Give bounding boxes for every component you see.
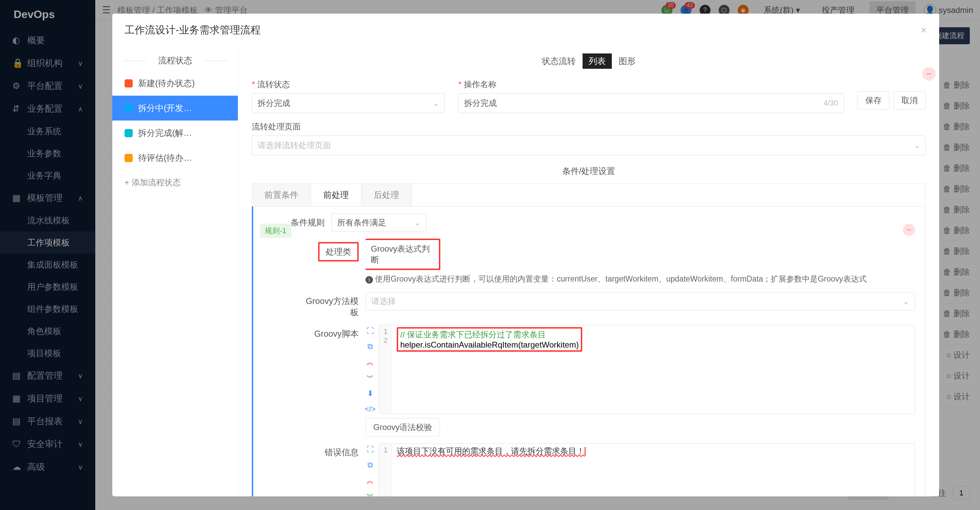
workflow-modal: 工作流设计-业务需求管理流程 × 流程状态 新建(待办状态)拆分中(开发…拆分完…	[112, 14, 939, 496]
state-list: 流程状态 新建(待办状态)拆分中(开发…拆分完成(解…待评估(待办… + 添加流…	[112, 47, 238, 496]
state-label: 拆分中(开发…	[138, 102, 192, 114]
script-label: Groovy脚本	[298, 325, 366, 339]
code-icon[interactable]: </>	[366, 405, 375, 414]
groovy-script-editor[interactable]: 12 // 保证业务需求下已经拆分过了需求条目 helper.isContain…	[379, 325, 915, 414]
syntax-check-button[interactable]: Groovy语法校验	[366, 418, 440, 437]
remove-transition-button[interactable]: −	[922, 67, 936, 81]
tab-graph[interactable]: 图形	[619, 56, 636, 67]
collapse-up-icon[interactable]: ︽	[366, 476, 375, 486]
state-color-icon	[124, 79, 133, 88]
rule-tag: 规则-1	[260, 224, 291, 238]
chevron-down-icon: ⌄	[914, 140, 920, 150]
proc-type-hint: i使用Groovy表达式进行判断，可以使用的内置变量：currentUser、t…	[366, 273, 915, 285]
expand-down-icon[interactable]: ︾	[366, 373, 375, 382]
state-label: 待评估(待办…	[138, 152, 192, 163]
form-area: 状态流转 列表 图形 − 流转状态 拆分完成⌄ 操作名称 拆分完成4/30	[238, 47, 939, 496]
sub-tabs: 前置条件 前处理 后处理	[252, 183, 926, 206]
proc-type-label: 处理类	[298, 239, 366, 261]
cond-rule-select[interactable]: 所有条件满足⌄	[331, 214, 427, 232]
download-icon[interactable]: ⬇	[366, 389, 375, 398]
add-state-button[interactable]: + 添加流程状态	[112, 170, 238, 195]
expand-down-icon[interactable]: ︾	[366, 492, 375, 496]
collapse-up-icon[interactable]: ︽	[366, 357, 375, 367]
sub-tab-posthandle[interactable]: 后处理	[361, 184, 412, 206]
err-info-label: 错误信息	[298, 443, 366, 458]
copy-icon[interactable]: ⧉	[366, 342, 375, 351]
state-color-icon	[124, 104, 133, 112]
method-tpl-select[interactable]: 请选择⌄	[366, 292, 915, 311]
proc-type-select[interactable]: Groovy表达式判断	[366, 239, 440, 270]
op-name-label: 操作名称	[458, 79, 844, 90]
sub-tab-precond[interactable]: 前置条件	[252, 184, 311, 206]
copy-icon[interactable]: ⧉	[366, 460, 375, 470]
code-toolbar: ⛶ ⧉ ︽ ︾ ⬇ </>	[366, 325, 375, 414]
state-label: 新建(待办状态)	[138, 78, 195, 89]
state-item[interactable]: 拆分中(开发…	[112, 96, 238, 121]
code-toolbar-err: ⛶ ⧉ ︽ ︾ ⬇	[366, 443, 375, 496]
op-name-input[interactable]: 拆分完成4/30	[458, 93, 844, 113]
rule-box: 条件规则 所有条件满足⌄ 规则-1 − 处理类 Groovy	[252, 206, 926, 496]
save-button[interactable]: 保存	[858, 91, 889, 110]
state-item[interactable]: 新建(待办状态)	[112, 71, 238, 96]
sub-tab-prehandle[interactable]: 前处理	[311, 184, 361, 207]
error-info-editor[interactable]: 1 该项目下没有可用的需求条目，请先拆分需求条目！	[379, 443, 915, 496]
chevron-down-icon: ⌄	[433, 99, 440, 108]
state-color-icon	[124, 129, 133, 137]
handler-page-label: 流转处理页面	[252, 121, 926, 132]
method-tpl-label: Groovy方法模板	[298, 292, 366, 318]
state-color-icon	[124, 154, 133, 162]
expand-icon[interactable]: ⛶	[366, 445, 375, 454]
tab-list[interactable]: 列表	[582, 53, 612, 69]
condition-section-title: 条件/处理设置	[252, 166, 926, 177]
state-label: 拆分完成(解…	[138, 128, 192, 139]
expand-icon[interactable]: ⛶	[366, 326, 375, 336]
close-icon[interactable]: ×	[920, 24, 927, 37]
chevron-down-icon: ⌄	[414, 218, 421, 228]
info-icon: i	[366, 276, 373, 284]
top-tabs-label: 状态流转	[542, 56, 576, 67]
cancel-button[interactable]: 取消	[894, 91, 926, 110]
remove-rule-button[interactable]: −	[903, 224, 915, 236]
state-item[interactable]: 拆分完成(解…	[112, 121, 238, 145]
states-heading: 流程状态	[112, 50, 238, 71]
state-item[interactable]: 待评估(待办…	[112, 145, 238, 170]
chevron-down-icon: ⌄	[902, 296, 909, 306]
modal-title: 工作流设计-业务需求管理流程	[124, 23, 261, 37]
transfer-state-select[interactable]: 拆分完成⌄	[252, 93, 445, 113]
handler-page-select[interactable]: 请选择流转处理页面⌄	[252, 135, 926, 155]
transfer-state-label: 流转状态	[252, 79, 445, 90]
